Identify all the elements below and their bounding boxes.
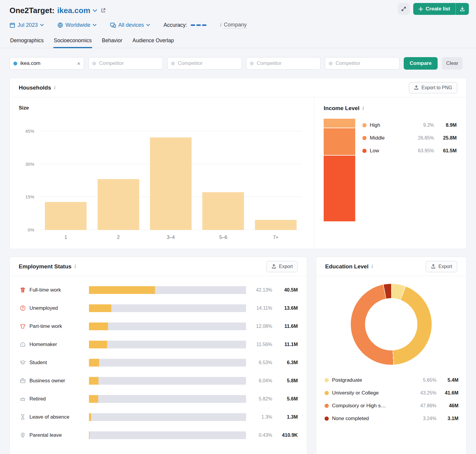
meta-filter-row: Jul 2023 Worldwide All devices Accuracy:… xyxy=(10,21,466,29)
legend-dot-none-completed xyxy=(325,417,329,421)
x-tick: 2 xyxy=(92,235,144,240)
audience-type-selector[interactable]: i Company xyxy=(220,22,247,29)
export-button[interactable]: Export xyxy=(266,261,298,272)
legend-dot-compulsory xyxy=(325,404,329,408)
tab-audience-overlap[interactable]: Audience Overlap xyxy=(132,36,174,48)
competitor-color-dot xyxy=(250,62,254,65)
chevron-down-icon xyxy=(146,24,150,26)
devices-filter-label: All devices xyxy=(118,22,144,28)
competitor-color-dot xyxy=(171,62,175,65)
accuracy-meter xyxy=(191,24,206,26)
competitor-field-4[interactable] xyxy=(336,60,401,66)
households-card-header: Households i Export to PNG xyxy=(10,78,466,97)
income-segment-middle[interactable] xyxy=(324,128,355,156)
region-filter-label: Worldwide xyxy=(65,22,90,28)
pacifier-icon xyxy=(19,432,26,438)
audience-type-label[interactable]: Company xyxy=(224,22,247,29)
income-segment-low[interactable] xyxy=(324,156,355,221)
devices-filter[interactable]: All devices xyxy=(110,22,150,28)
competitor-input-4[interactable] xyxy=(325,57,400,70)
competitor-filter-bar: ikea.com × Compare Clear xyxy=(0,57,476,70)
page-title: One2Target: xyxy=(10,6,54,15)
education-legend-row: University or College 43.25% 41.6M xyxy=(325,386,458,399)
hourglass-icon xyxy=(19,414,26,420)
info-icon[interactable]: i xyxy=(362,106,364,111)
house-icon xyxy=(19,341,26,347)
y-tick: 15% xyxy=(19,194,34,199)
income-level-title: Income Level xyxy=(324,105,359,112)
income-level-panel: Income Level i High 9.2% 8.9M xyxy=(314,97,466,249)
employment-row: Unemployed 14.11% 13.6M xyxy=(10,299,307,317)
chevron-down-icon[interactable] xyxy=(93,9,97,12)
x-tick: 5–6 xyxy=(197,235,249,240)
household-size-bar-chart: 45% 30% 15% 0% 1 2 3–4 5–6 7+ xyxy=(19,125,304,230)
size-bar-3-4[interactable] xyxy=(150,137,192,230)
devices-icon xyxy=(110,22,116,28)
competitor-input-2[interactable] xyxy=(167,57,242,70)
x-tick: 1 xyxy=(40,235,92,240)
competitor-field-1[interactable] xyxy=(99,60,165,66)
region-filter[interactable]: Worldwide xyxy=(57,22,96,28)
page-header: One2Target: ikea.com Create list xyxy=(0,0,476,29)
date-filter[interactable]: Jul 2023 xyxy=(10,22,44,28)
size-bar-1[interactable] xyxy=(45,202,87,230)
top-actions: Create list xyxy=(398,3,469,15)
employment-row: Full-time work 42.13% 40.5M xyxy=(10,281,307,299)
size-bar-5-6[interactable] xyxy=(202,192,244,230)
date-filter-label: Jul 2023 xyxy=(18,22,38,28)
tab-behavior[interactable]: Behavior xyxy=(101,36,123,48)
plus-icon xyxy=(419,7,423,11)
employment-row: Part-time work 12.08% 11.6M xyxy=(10,317,307,335)
export-to-png-button[interactable]: Export to PNG xyxy=(409,82,457,93)
tab-socioeconomics[interactable]: Socioeconomics xyxy=(53,36,92,48)
employment-row: Retired 5.82% 5.6M xyxy=(10,390,307,408)
selected-domain-chip[interactable]: ikea.com × xyxy=(10,57,84,70)
households-title: Households xyxy=(19,84,51,91)
employment-row: Homemaker 11.56% 11.1M xyxy=(10,335,307,353)
create-list-button[interactable]: Create list xyxy=(413,3,455,15)
info-icon[interactable]: i xyxy=(220,22,221,28)
close-icon[interactable]: × xyxy=(77,61,80,66)
legend-dot-high xyxy=(362,123,367,127)
income-legend-row: High 9.2% 8.9M xyxy=(362,119,457,131)
accuracy-label: Accuracy: xyxy=(164,22,187,28)
compare-button[interactable]: Compare xyxy=(404,57,438,70)
external-link-icon[interactable] xyxy=(101,8,106,13)
y-tick: 0% xyxy=(19,227,34,232)
education-legend-row: Postgraduate 5.65% 5.4M xyxy=(325,374,458,386)
legend-dot-postgraduate xyxy=(325,378,329,382)
size-bar-2[interactable] xyxy=(98,179,139,230)
education-level-card: Education Level i Export Postgraduate 5.… xyxy=(316,257,466,454)
clear-button[interactable]: Clear xyxy=(442,57,463,70)
download-icon[interactable] xyxy=(455,3,469,15)
graduation-cap-icon xyxy=(19,359,26,366)
size-bar-7plus[interactable] xyxy=(255,220,297,230)
employment-title: Employment Status xyxy=(19,263,71,270)
info-icon[interactable]: i xyxy=(372,264,373,269)
title-row: One2Target: ikea.com Create list xyxy=(10,4,466,17)
income-stacked-bar xyxy=(324,119,355,221)
info-icon[interactable]: i xyxy=(54,85,55,90)
competitor-field-3[interactable] xyxy=(257,60,322,66)
target-domain[interactable]: ikea.com xyxy=(57,6,90,15)
income-segment-high[interactable] xyxy=(324,119,355,128)
employment-rows: Full-time work 42.13% 40.5M Unemployed 1… xyxy=(10,276,307,444)
export-button[interactable]: Export xyxy=(426,261,457,272)
competitor-input-3[interactable] xyxy=(246,57,321,70)
size-chart-title: Size xyxy=(19,105,304,111)
tab-demographics[interactable]: Demographics xyxy=(10,36,44,48)
employment-status-card: Employment Status i Export Full-time wor… xyxy=(10,257,307,454)
competitor-input-1[interactable] xyxy=(88,57,163,70)
x-tick: 7+ xyxy=(250,235,302,240)
info-icon[interactable]: i xyxy=(74,264,76,269)
income-legend-row: Low 63.95% 61.5M xyxy=(362,144,457,157)
x-tick: 3–4 xyxy=(145,235,197,240)
expand-icon[interactable] xyxy=(398,3,410,15)
household-size-panel: Size 45% 30% 15% 0% 1 2 3–4 5–6 7+ xyxy=(10,97,314,249)
education-donut[interactable] xyxy=(351,284,432,365)
export-icon xyxy=(431,264,436,269)
globe-icon xyxy=(57,22,63,28)
education-legend-row: None completed 3.24% 3.1M xyxy=(325,412,458,425)
competitor-field-2[interactable] xyxy=(178,60,244,66)
competitor-color-dot xyxy=(329,62,333,65)
